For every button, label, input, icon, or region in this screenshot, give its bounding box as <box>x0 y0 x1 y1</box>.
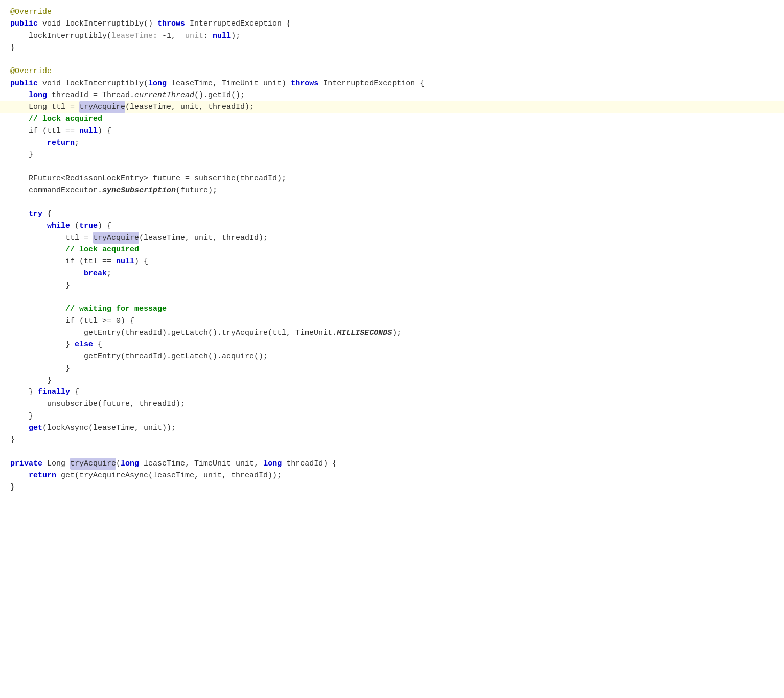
code-line: } <box>0 375 784 386</box>
code-line: // lock acquired <box>0 113 784 125</box>
code-line: } finally { <box>0 386 784 398</box>
code-line: } <box>0 434 784 446</box>
code-line: commandExecutor.syncSubscription(future)… <box>0 184 784 196</box>
code-line: getEntry(threadId).getLatch().tryAcquire… <box>0 327 784 339</box>
code-line <box>0 291 784 303</box>
code-line: return; <box>0 137 784 149</box>
code-line: // waiting for message <box>0 303 784 315</box>
code-line: if (ttl >= 0) { <box>0 315 784 327</box>
code-editor: @Overridepublic void lockInterruptibly()… <box>0 0 784 698</box>
code-line: } <box>0 42 784 54</box>
code-line <box>0 54 784 65</box>
code-line: long threadId = Thread.currentThread().g… <box>0 89 784 101</box>
code-line: // lock acquired <box>0 244 784 255</box>
code-line: } <box>0 363 784 375</box>
code-line: @Override <box>0 6 784 18</box>
code-line: @Override <box>0 65 784 77</box>
code-line <box>0 196 784 208</box>
code-line: } <box>0 280 784 291</box>
code-line: } else { <box>0 339 784 351</box>
code-line: lockInterruptibly(leaseTime: -1, unit: n… <box>0 30 784 42</box>
code-line <box>0 160 784 172</box>
code-line: get(lockAsync(leaseTime, unit)); <box>0 422 784 434</box>
code-line: } <box>0 410 784 422</box>
code-line <box>0 446 784 457</box>
code-line: } <box>0 149 784 160</box>
code-line: private Long tryAcquire(long leaseTime, … <box>0 458 784 470</box>
code-line: public void lockInterruptibly(long lease… <box>0 78 784 89</box>
code-line: unsubscribe(future, threadId); <box>0 398 784 410</box>
code-line: while (true) { <box>0 220 784 232</box>
code-line: Long ttl = tryAcquire(leaseTime, unit, t… <box>0 101 784 113</box>
code-line: if (ttl == null) { <box>0 125 784 137</box>
code-line: public void lockInterruptibly() throws I… <box>0 18 784 30</box>
code-line: return get(tryAcquireAsync(leaseTime, un… <box>0 470 784 481</box>
code-line: try { <box>0 208 784 220</box>
code-line: } <box>0 481 784 493</box>
code-line: ttl = tryAcquire(leaseTime, unit, thread… <box>0 232 784 244</box>
code-line: break; <box>0 268 784 280</box>
code-line: if (ttl == null) { <box>0 255 784 267</box>
code-line: getEntry(threadId).getLatch().acquire(); <box>0 351 784 362</box>
code-line: RFuture<RedissonLockEntry> future = subs… <box>0 173 784 184</box>
